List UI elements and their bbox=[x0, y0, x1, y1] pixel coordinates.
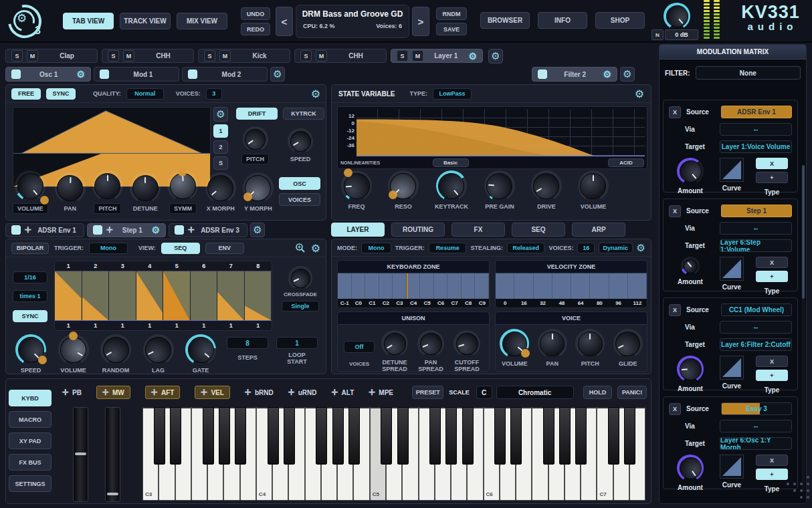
knob-reso[interactable]: RESO bbox=[388, 170, 419, 210]
drift-button[interactable]: DRIFT bbox=[236, 108, 278, 120]
curve-icon[interactable] bbox=[720, 257, 744, 281]
view-tab-mix-view[interactable]: MIX VIEW bbox=[177, 13, 227, 29]
step-cell-6[interactable] bbox=[191, 271, 218, 320]
curve-icon[interactable] bbox=[720, 455, 744, 479]
side-tab-xy-pad[interactable]: XY PAD bbox=[9, 432, 52, 449]
black-key[interactable] bbox=[543, 407, 554, 465]
knob-gate[interactable]: GATE bbox=[185, 334, 216, 374]
solo-button[interactable]: S bbox=[300, 50, 312, 61]
view-tab-tab-view[interactable]: TAB VIEW bbox=[63, 13, 114, 29]
perf-control-pb[interactable]: ✛PB bbox=[62, 388, 82, 397]
perf-control-mpe[interactable]: ✛MPE bbox=[369, 388, 393, 397]
module-enable-checkbox[interactable] bbox=[538, 70, 547, 79]
nav-button-browser[interactable]: BROWSER bbox=[480, 12, 530, 29]
type-x-button[interactable]: X bbox=[756, 257, 788, 268]
dynamic-value[interactable]: Dynamic bbox=[599, 243, 633, 253]
solo-button[interactable]: S bbox=[11, 50, 23, 61]
mod-target-value[interactable]: Layer 6:Filter 2:Cutoff bbox=[720, 338, 792, 351]
knob-volume[interactable]: VOLUME bbox=[13, 170, 48, 214]
pitch-bend-handle[interactable] bbox=[75, 453, 86, 455]
knob-pitch[interactable]: PITCH bbox=[92, 170, 123, 214]
mute-button[interactable]: M bbox=[316, 50, 327, 61]
solo-button[interactable]: S bbox=[397, 50, 408, 61]
filter-header-gear-icon[interactable]: ⚙ bbox=[635, 88, 644, 100]
black-key[interactable] bbox=[332, 407, 344, 465]
nav-button-info[interactable]: INFO bbox=[538, 12, 587, 29]
mute-button[interactable]: M bbox=[27, 50, 38, 61]
mod-target-value[interactable]: Layer 6:Step 1:Volume bbox=[720, 239, 792, 252]
knob-pre-gain[interactable]: PRE GAIN bbox=[484, 170, 515, 210]
perf-control-vel[interactable]: ✛VEL bbox=[195, 386, 230, 399]
osc-voices-value[interactable]: 3 bbox=[206, 88, 222, 100]
type-plus-button[interactable]: + bbox=[756, 172, 788, 183]
black-key[interactable] bbox=[462, 407, 474, 465]
perf-control-alt[interactable]: ✛ALT bbox=[332, 388, 354, 397]
perf-control-urnd[interactable]: ✛uRND bbox=[288, 388, 317, 397]
track-settings-gear-icon[interactable]: ⚙ bbox=[488, 49, 503, 64]
knob-ctrl[interactable] bbox=[677, 455, 704, 481]
osc-header-gear-icon[interactable]: ⚙ bbox=[311, 88, 320, 100]
layer-trigger-value[interactable]: Resume bbox=[429, 243, 467, 253]
quality-value[interactable]: Normal bbox=[126, 88, 164, 100]
env-tab-adsr-env-1[interactable]: ✛ADSR Env 1 bbox=[5, 223, 84, 237]
resize-handle[interactable] bbox=[787, 483, 789, 485]
undo-button[interactable]: UNDO bbox=[241, 7, 270, 20]
module-tab-gear-icon[interactable]: ⚙ bbox=[603, 69, 611, 80]
filter-response-display[interactable]: 120-12-24-36 NONLINEARITIES Basic ACID bbox=[337, 106, 647, 169]
layer-tab-routing[interactable]: ROUTING bbox=[391, 223, 445, 237]
step-cell-3[interactable] bbox=[109, 271, 136, 320]
preset-display[interactable]: DRM Bass and Groove GD CPU: 6.2 % Voices… bbox=[296, 5, 409, 38]
pitch-bend-wheel[interactable] bbox=[73, 407, 88, 502]
knob-ctrl[interactable] bbox=[664, 3, 690, 29]
acid-button[interactable]: ACID bbox=[608, 158, 644, 167]
env-enable-checkbox[interactable] bbox=[175, 225, 184, 235]
module-tab-osc-1[interactable]: Osc 1⚙ bbox=[5, 67, 91, 82]
black-key[interactable] bbox=[381, 407, 392, 465]
mod-target-value[interactable]: Layer 1:Voice Volume bbox=[720, 140, 792, 153]
black-key[interactable] bbox=[494, 407, 506, 465]
step-times-value[interactable]: times 1 bbox=[13, 290, 47, 302]
kytrck-button[interactable]: KYTRCK bbox=[283, 108, 324, 120]
env-add-gear-icon[interactable]: ⚙ bbox=[250, 223, 265, 237]
hold-button[interactable]: HOLD bbox=[583, 386, 613, 399]
knob-speed[interactable]: SPEED bbox=[288, 128, 313, 162]
module-add-gear-icon[interactable]: ⚙ bbox=[270, 67, 285, 82]
layer-tab-seq[interactable]: SEQ bbox=[512, 223, 565, 237]
step-cell-7[interactable] bbox=[217, 271, 245, 320]
wave-button-1[interactable]: 1 bbox=[213, 124, 228, 138]
keyboard-zone[interactable]: KEYBOARD ZONE C-1C0C1C2C3C4C5C6C7C8C9 bbox=[337, 260, 490, 308]
black-key[interactable] bbox=[510, 407, 522, 465]
knob-volume[interactable]: VOLUME bbox=[58, 334, 89, 374]
env-view-button[interactable]: ENV bbox=[205, 243, 244, 254]
unison-voices-value[interactable]: Off bbox=[344, 341, 375, 353]
side-tab-settings[interactable]: SETTINGS bbox=[9, 475, 52, 492]
step-sequencer-display[interactable]: 12345678 11111111 bbox=[54, 261, 272, 331]
preset-prev-button[interactable]: < bbox=[276, 7, 293, 36]
mod-wheel-handle[interactable] bbox=[107, 493, 118, 495]
save-button[interactable]: SAVE bbox=[436, 23, 467, 35]
piano-keyboard[interactable]: C3C4C5C6C7 bbox=[142, 407, 645, 501]
black-key[interactable] bbox=[203, 407, 214, 465]
stealing-value[interactable]: Released bbox=[507, 243, 545, 253]
knob-y-morph[interactable]: Y MORPH bbox=[243, 172, 274, 212]
type-plus-button[interactable]: + bbox=[756, 271, 788, 282]
module-enable-checkbox[interactable] bbox=[11, 70, 21, 79]
black-key[interactable] bbox=[559, 407, 571, 465]
black-key[interactable] bbox=[316, 407, 327, 465]
osc-display-button[interactable]: OSC bbox=[279, 177, 320, 190]
curve-icon[interactable] bbox=[720, 356, 744, 380]
mute-button[interactable]: M bbox=[412, 50, 423, 61]
side-tab-kybd[interactable]: KYBD bbox=[9, 390, 52, 406]
knob-speed[interactable]: SPEED bbox=[15, 334, 46, 374]
knob-x-morph[interactable]: X MORPH bbox=[205, 172, 236, 212]
wave-button-s[interactable]: S bbox=[213, 156, 228, 170]
mod-slot-close-button[interactable]: X bbox=[669, 304, 681, 316]
knob-symm[interactable]: SYMM bbox=[167, 170, 198, 214]
filter-type-value[interactable]: LowPass bbox=[433, 88, 472, 100]
knob-pan[interactable]: PAN bbox=[55, 172, 86, 212]
voices-display-button[interactable]: VOICES bbox=[279, 193, 320, 206]
crossfade-value[interactable]: Single bbox=[282, 301, 319, 311]
master-db-readout[interactable]: 0 dB bbox=[665, 29, 698, 40]
step-cell-8[interactable] bbox=[245, 271, 272, 320]
env-enable-checkbox[interactable] bbox=[93, 225, 102, 235]
